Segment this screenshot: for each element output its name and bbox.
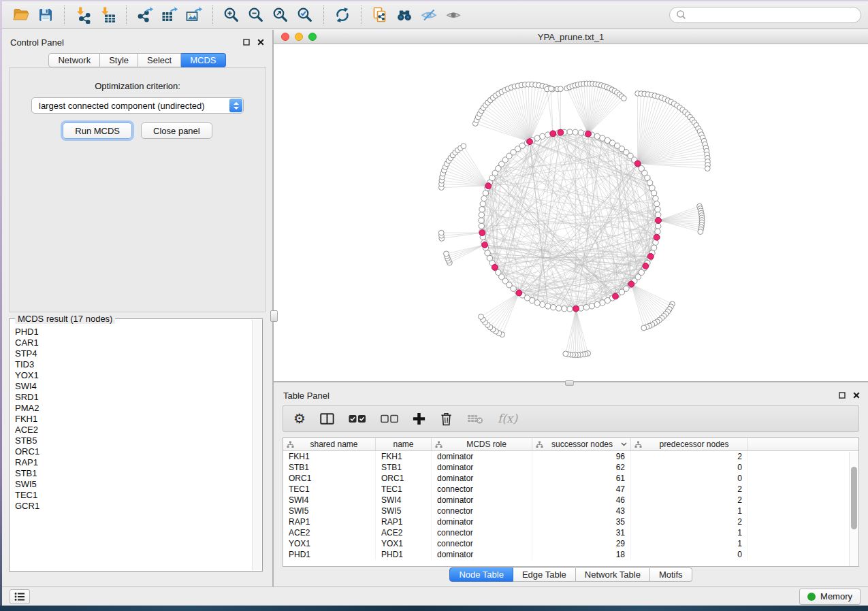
mcds-result-item[interactable]: FKH1: [11, 414, 251, 425]
graph-node[interactable]: [656, 212, 661, 218]
graph-node[interactable]: [594, 301, 600, 307]
network-canvas[interactable]: [274, 45, 868, 381]
graph-node[interactable]: [483, 191, 488, 196]
graph-leaf-node[interactable]: [438, 230, 444, 235]
graph-mcds-node[interactable]: [656, 218, 662, 224]
tab-select[interactable]: Select: [138, 53, 181, 67]
table-cell[interactable]: ORC1: [283, 473, 376, 484]
table-cell[interactable]: RAP1: [283, 516, 376, 527]
graph-node[interactable]: [600, 300, 605, 306]
table-cell[interactable]: dominator: [432, 549, 532, 560]
mcds-result-item[interactable]: GCR1: [11, 501, 251, 512]
graph-node[interactable]: [540, 133, 545, 139]
table-cell[interactable]: 18: [532, 549, 631, 560]
graph-mcds-node[interactable]: [613, 293, 619, 299]
table-settings-icon[interactable]: ⚙: [293, 412, 306, 425]
column-header-shared-name[interactable]: shared name: [283, 438, 376, 450]
graph-node[interactable]: [651, 245, 656, 250]
tab-mcds[interactable]: MCDS: [181, 53, 225, 67]
hide-selected-button[interactable]: [417, 5, 441, 25]
network-window-titlebar[interactable]: YPA_prune.txt_1: [274, 30, 868, 44]
graph-leaf-node[interactable]: [548, 86, 553, 92]
column-header-successor-nodes[interactable]: successor nodes: [532, 438, 631, 450]
float-table-panel-icon[interactable]: [839, 392, 846, 399]
graph-leaf-node[interactable]: [698, 229, 703, 235]
table-row[interactable]: RAP1RAP1dominator352: [283, 516, 858, 527]
mcds-result-item[interactable]: SWI4: [11, 381, 251, 392]
graph-mcds-node[interactable]: [643, 263, 649, 269]
graph-node[interactable]: [653, 196, 658, 201]
zoom-out-button[interactable]: [244, 5, 268, 25]
graph-mcds-node[interactable]: [516, 290, 522, 296]
window-maximize-button[interactable]: [308, 33, 317, 41]
table-cell[interactable]: connector: [432, 538, 532, 549]
graph-leaf-node[interactable]: [622, 96, 627, 101]
table-cell[interactable]: 96: [532, 451, 631, 462]
mcds-list-scrollbar[interactable]: [252, 320, 261, 570]
window-minimize-button[interactable]: [295, 33, 303, 41]
table-cell[interactable]: 2: [631, 495, 748, 506]
export-network-button[interactable]: [133, 5, 157, 25]
close-panel-icon[interactable]: [257, 39, 264, 46]
table-cell[interactable]: 61: [532, 473, 631, 484]
memory-button[interactable]: Memory: [799, 589, 861, 605]
task-history-button[interactable]: [10, 589, 30, 604]
graph-node[interactable]: [556, 306, 562, 311]
export-image-button[interactable]: [182, 5, 206, 25]
table-cell[interactable]: 31: [532, 527, 631, 538]
table-cell[interactable]: PHD1: [283, 549, 376, 560]
open-session-button[interactable]: [9, 5, 33, 25]
select-all-icon[interactable]: [349, 414, 366, 423]
graph-mcds-node[interactable]: [654, 234, 660, 240]
graph-mcds-node[interactable]: [585, 131, 592, 137]
table-cell[interactable]: FKH1: [283, 451, 376, 462]
graph-node[interactable]: [481, 196, 487, 201]
tab-style[interactable]: Style: [100, 53, 138, 67]
table-cell[interactable]: 0: [631, 549, 748, 560]
graph-node[interactable]: [479, 207, 485, 212]
graph-node[interactable]: [594, 133, 600, 139]
tab-network-table[interactable]: Network Table: [576, 567, 650, 582]
graph-mcds-node[interactable]: [485, 183, 492, 189]
graph-leaf-node[interactable]: [444, 251, 449, 257]
graph-node[interactable]: [540, 301, 545, 307]
save-session-button[interactable]: [33, 5, 58, 25]
zoom-selected-button[interactable]: [293, 5, 317, 25]
table-row[interactable]: SWI4SWI4dominator462: [283, 495, 858, 506]
table-cell[interactable]: TEC1: [283, 484, 376, 495]
table-cell[interactable]: YOX1: [376, 538, 432, 549]
delete-column-icon[interactable]: [440, 412, 453, 426]
zoom-fit-button[interactable]: [268, 5, 293, 25]
column-header-name[interactable]: name: [376, 438, 432, 450]
table-cell[interactable]: 62: [532, 462, 631, 473]
table-cell[interactable]: 2: [631, 484, 748, 495]
column-header-mcds-role[interactable]: MCDS role: [432, 438, 532, 450]
graph-mcds-node[interactable]: [558, 129, 564, 135]
table-cell[interactable]: 43: [532, 506, 631, 516]
graph-mcds-node[interactable]: [482, 242, 488, 248]
graph-node[interactable]: [578, 130, 583, 135]
graph-node[interactable]: [655, 207, 660, 212]
graph-node[interactable]: [485, 250, 490, 256]
close-panel-button[interactable]: Close panel: [141, 122, 212, 139]
table-row[interactable]: FKH1FKH1dominator962: [283, 451, 858, 462]
graph-leaf-node[interactable]: [563, 351, 568, 357]
tab-edge-table[interactable]: Edge Table: [513, 567, 576, 582]
table-splitter-handle[interactable]: [565, 380, 574, 386]
graph-mcds-node[interactable]: [573, 306, 579, 312]
table-cell[interactable]: YOX1: [283, 538, 376, 549]
table-cell[interactable]: 2: [631, 451, 748, 462]
mcds-result-item[interactable]: CAR1: [11, 337, 251, 348]
tab-node-table[interactable]: Node Table: [449, 567, 513, 582]
table-cell[interactable]: TEC1: [376, 484, 432, 495]
optimization-criterion-select[interactable]: largest connected component (undirected): [31, 97, 244, 114]
tab-motifs[interactable]: Motifs: [650, 567, 692, 582]
table-cell[interactable]: 1: [631, 538, 748, 549]
graph-node[interactable]: [534, 135, 540, 141]
table-cell[interactable]: ACE2: [376, 527, 432, 538]
mcds-result-item[interactable]: STP4: [11, 348, 251, 359]
graph-node[interactable]: [567, 306, 573, 312]
mcds-result-item[interactable]: SRD1: [11, 392, 251, 403]
mcds-result-item[interactable]: PMA2: [11, 403, 251, 414]
table-row[interactable]: ORC1ORC1dominator610: [283, 473, 858, 484]
